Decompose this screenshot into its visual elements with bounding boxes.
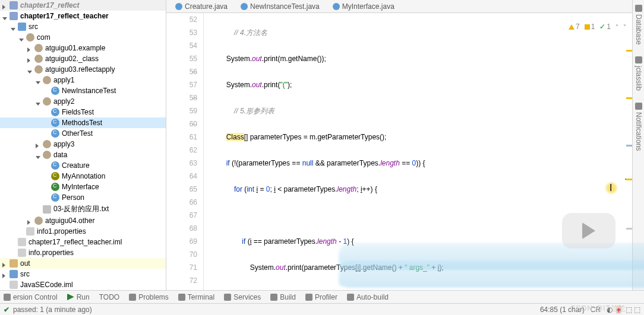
project-tree[interactable]: chapter17_reflect chapter17_reflect_teac…: [0, 0, 166, 290]
module-chapter17-reflect[interactable]: chapter17_reflect: [0, 0, 166, 11]
version-control-toolwindow[interactable]: ersion Control: [4, 293, 58, 301]
class-my-annotation[interactable]: MyAnnotation: [0, 171, 166, 182]
database-toolwindow[interactable]: Database: [634, 5, 643, 44]
package-com[interactable]: com: [0, 32, 166, 43]
class-person[interactable]: Person: [0, 192, 166, 203]
file-info1-properties[interactable]: info1.properties: [0, 226, 166, 237]
file-txt[interactable]: 03-反射的应用.txt: [0, 203, 166, 215]
database-icon: [635, 5, 642, 12]
autobuild-toolwindow[interactable]: Auto-build: [347, 293, 389, 301]
play-icon: [582, 222, 595, 239]
vcs-icon: [4, 294, 11, 301]
file-info-properties[interactable]: info.properties: [0, 247, 166, 258]
build-icon: [270, 294, 277, 301]
todo-toolwindow[interactable]: TODO: [99, 293, 119, 301]
class-other-test[interactable]: OtherTest: [0, 128, 166, 139]
error-stripe[interactable]: [626, 26, 632, 290]
package-atguigu03[interactable]: atguigu03.reflectapply: [0, 64, 166, 75]
services-toolwindow[interactable]: Services: [224, 293, 261, 301]
module-chapter17-reflect-teacher[interactable]: chapter17_reflect_teacher: [0, 11, 166, 21]
hammer-icon: [347, 294, 354, 301]
tab-my-interface[interactable]: MyInterface.java: [327, 1, 400, 12]
package-atguigu01[interactable]: atguigu01.example: [0, 43, 166, 53]
test-status-text: passed: 1 (a minute ago): [13, 306, 92, 314]
tab-creature[interactable]: Creature.java: [170, 1, 233, 12]
java-icon: [175, 3, 182, 10]
bottom-tool-strip: ersion Control Run TODO Problems Termina…: [0, 290, 644, 303]
java-icon: [241, 3, 248, 10]
right-tool-strip: Database jclasslib Notifications: [632, 0, 644, 290]
folder-src-root[interactable]: src: [0, 269, 166, 279]
package-apply1[interactable]: apply1: [0, 75, 166, 85]
class-creature[interactable]: Creature: [0, 160, 166, 171]
terminal-toolwindow[interactable]: Terminal: [178, 293, 214, 301]
profiler-icon: [305, 294, 312, 301]
build-toolwindow[interactable]: Build: [270, 293, 296, 301]
class-new-instance-test[interactable]: NewInstanceTest: [0, 85, 166, 96]
jclasslib-icon: [635, 56, 642, 63]
package-atguigu02[interactable]: atguigu02._class: [0, 53, 166, 64]
java-icon: [333, 3, 340, 10]
package-apply3[interactable]: apply3: [0, 139, 166, 149]
package-data[interactable]: data: [0, 149, 166, 160]
class-methods-test[interactable]: MethodsTest: [0, 117, 166, 128]
class-fields-test[interactable]: FieldsTest: [0, 107, 166, 117]
problems-toolwindow[interactable]: Problems: [129, 293, 169, 301]
problems-icon: [129, 294, 136, 301]
package-atguigu04[interactable]: atguigu04.other: [0, 215, 166, 226]
status-bar: ✔ passed: 1 (a minute ago) 64:85 (1 char…: [0, 303, 644, 315]
code-editor[interactable]: // 4.方法名 System.out.print(m.getName()); …: [208, 13, 632, 290]
file-iml[interactable]: chapter17_reflect_teacher.iml: [0, 237, 166, 247]
folder-out[interactable]: out: [0, 258, 166, 269]
watermark: CSDN @IT兰兰: [570, 304, 626, 314]
editor-tabs: Creature.java NewInstanceTest.java MyInt…: [166, 0, 632, 13]
class-my-interface[interactable]: MyInterface: [0, 182, 166, 192]
run-toolwindow[interactable]: Run: [67, 293, 90, 301]
profiler-toolwindow[interactable]: Profiler: [305, 293, 337, 301]
notifications-toolwindow[interactable]: Notifications: [634, 103, 643, 151]
package-apply2[interactable]: apply2: [0, 96, 166, 107]
services-icon: [224, 294, 231, 301]
run-icon: [67, 294, 74, 301]
gutter[interactable]: 5253545556575859606162636465666768697071…: [166, 13, 208, 290]
bell-icon: [635, 103, 642, 110]
terminal-icon: [178, 294, 185, 301]
test-pass-icon: ✔: [4, 306, 10, 314]
jclasslib-toolwindow[interactable]: jclasslib: [634, 56, 643, 91]
tab-new-instance-test[interactable]: NewInstanceTest.java: [235, 1, 325, 12]
folder-src[interactable]: src: [0, 21, 166, 32]
video-play-button[interactable]: [562, 213, 615, 249]
file-javasecode-iml[interactable]: JavaSECode.iml: [0, 279, 166, 290]
